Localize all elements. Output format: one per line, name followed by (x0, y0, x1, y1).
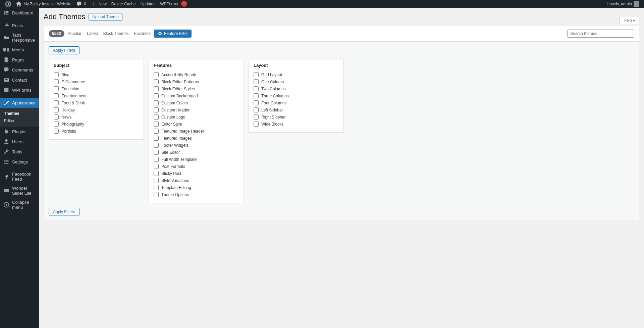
filter-checkbox[interactable]: Block Editor Patterns (154, 78, 239, 85)
comments-link[interactable]: 0 (74, 0, 89, 8)
filter-checkbox-input[interactable] (54, 114, 59, 120)
account-link[interactable]: Howdy, admin (604, 0, 641, 8)
site-name-link[interactable]: My Zacky Installer Website (13, 0, 74, 8)
filter-checkbox-input[interactable] (154, 79, 159, 84)
filter-checkbox-input[interactable] (154, 171, 159, 176)
wp-logo[interactable] (3, 0, 13, 8)
filter-checkbox-input[interactable] (254, 114, 259, 120)
sidebar-item-facebook-feed[interactable]: Facebook Feed (0, 170, 39, 184)
filter-checkbox-input[interactable] (254, 93, 259, 98)
filter-checkbox-input[interactable] (154, 164, 159, 169)
apply-filters-bottom-button[interactable]: Apply Filters (49, 208, 79, 216)
filter-checkbox[interactable]: Editor Style (154, 121, 239, 128)
filter-checkbox[interactable]: Custom Colors (154, 99, 239, 106)
sidebar-item-comments[interactable]: Comments (0, 65, 39, 75)
delete-cache-link[interactable]: Delete Cache (109, 0, 138, 8)
filter-checkbox[interactable]: Portfolio (54, 128, 139, 135)
filter-checkbox[interactable]: Left Sidebar (254, 106, 339, 113)
filter-checkbox[interactable]: Template Editing (154, 184, 239, 191)
filter-checkbox[interactable]: Custom Header (154, 106, 239, 113)
filter-checkbox[interactable]: Education (54, 85, 139, 92)
new-link[interactable]: New (89, 0, 109, 8)
filter-checkbox-input[interactable] (54, 93, 59, 98)
filter-checkbox[interactable]: Style Variations (154, 177, 239, 184)
filter-checkbox[interactable]: Theme Options (154, 191, 239, 198)
filter-checkbox-input[interactable] (154, 136, 159, 141)
filter-checkbox-input[interactable] (154, 150, 159, 155)
filter-checkbox[interactable]: Three Columns (254, 92, 339, 99)
filter-checkbox-input[interactable] (254, 86, 259, 91)
filter-checkbox[interactable]: Entertainment (54, 92, 139, 99)
sidebar-item-media[interactable]: Media (0, 45, 39, 55)
help-button[interactable]: Help ▾ (619, 17, 639, 24)
sidebar-item-tabs-responsive[interactable]: Tabs Responsive (0, 31, 39, 45)
filter-block-themes[interactable]: Block Themes (103, 31, 129, 36)
filter-checkbox[interactable]: Full Width Template (154, 156, 239, 163)
sidebar-item-wonder-slider[interactable]: Wonder Slider Lite (0, 184, 39, 198)
filter-checkbox-input[interactable] (154, 157, 159, 162)
filter-checkbox-input[interactable] (254, 122, 259, 127)
sidebar-subitem-editor[interactable]: Editor (0, 117, 39, 125)
filter-checkbox[interactable]: Sticky Post (154, 170, 239, 177)
filter-checkbox[interactable]: Featured Images (154, 135, 239, 142)
filter-checkbox-input[interactable] (154, 185, 159, 190)
filter-checkbox[interactable]: Photography (54, 121, 139, 128)
filter-checkbox[interactable]: Two Columns (254, 85, 339, 92)
filter-checkbox-input[interactable] (154, 100, 159, 105)
filter-checkbox-input[interactable] (54, 100, 59, 105)
filter-checkbox-input[interactable] (54, 72, 59, 77)
filter-checkbox-input[interactable] (254, 107, 259, 112)
search-input[interactable] (567, 30, 634, 38)
filter-checkbox-input[interactable] (154, 192, 159, 197)
filter-checkbox[interactable]: Footer Widgets (154, 142, 239, 149)
feature-filter-button[interactable]: Feature Filter (154, 30, 192, 38)
filter-checkbox[interactable]: Custom Logo (154, 113, 239, 121)
filter-checkbox[interactable]: Custom Background (154, 92, 239, 99)
filter-checkbox-input[interactable] (54, 86, 59, 91)
filter-checkbox-input[interactable] (154, 107, 159, 112)
filter-popular[interactable]: Popular (68, 31, 82, 36)
filter-checkbox[interactable]: Food & Drink (54, 99, 139, 106)
filter-checkbox-input[interactable] (254, 100, 259, 105)
filter-checkbox-input[interactable] (154, 86, 159, 91)
filter-checkbox-input[interactable] (254, 79, 259, 84)
sidebar-item-plugins[interactable]: Plugins (0, 127, 39, 137)
filter-checkbox[interactable]: Blog (54, 71, 139, 78)
filter-checkbox[interactable]: Wide Blocks (254, 121, 339, 128)
sidebar-item-appearance[interactable]: Appearance (0, 98, 39, 108)
sidebar-item-collapse[interactable]: Collapse menu (0, 198, 39, 212)
filter-checkbox[interactable]: One Column (254, 78, 339, 85)
sidebar-item-tools[interactable]: Tools (0, 147, 39, 157)
sidebar-item-users[interactable]: Users (0, 137, 39, 147)
filter-checkbox-input[interactable] (154, 114, 159, 120)
filter-checkbox-input[interactable] (154, 143, 159, 148)
filter-checkbox[interactable]: Accessibility Ready (154, 71, 239, 78)
sidebar-item-contact[interactable]: Contact (0, 75, 39, 85)
filter-checkbox-input[interactable] (154, 178, 159, 183)
filter-checkbox-input[interactable] (54, 129, 59, 134)
filter-checkbox[interactable]: Site Editor (154, 149, 239, 156)
filter-checkbox[interactable]: Block Editor Styles (154, 85, 239, 92)
filter-checkbox[interactable]: Holiday (54, 106, 139, 113)
filter-favorites[interactable]: Favorites (134, 31, 151, 36)
filter-checkbox[interactable]: Right Sidebar (254, 113, 339, 121)
filter-checkbox[interactable]: Post Formats (154, 163, 239, 170)
filter-checkbox-input[interactable] (54, 107, 59, 112)
sidebar-subitem-themes[interactable]: Themes (0, 110, 39, 117)
filter-checkbox-input[interactable] (54, 79, 59, 84)
filter-checkbox-input[interactable] (154, 72, 159, 77)
filter-checkbox[interactable]: E-Commerce (54, 78, 139, 85)
filter-checkbox[interactable]: Grid Layout (254, 71, 339, 78)
sidebar-item-posts[interactable]: Posts (0, 20, 39, 31)
updates-link[interactable]: Updates (138, 0, 158, 8)
filter-checkbox-input[interactable] (154, 93, 159, 98)
filter-checkbox-input[interactable] (154, 122, 159, 127)
filter-latest[interactable]: Latest (87, 31, 98, 36)
filter-checkbox[interactable]: News (54, 113, 139, 121)
upload-theme-button[interactable]: Upload Theme (89, 13, 122, 20)
sidebar-item-wpforms[interactable]: WPForms (0, 85, 39, 95)
sidebar-item-dashboard[interactable]: Dashboard (0, 8, 39, 18)
filter-checkbox-input[interactable] (154, 129, 159, 134)
apply-filters-top-button[interactable]: Apply Filters (49, 46, 79, 54)
filter-checkbox[interactable]: Featured Image Header (154, 128, 239, 135)
